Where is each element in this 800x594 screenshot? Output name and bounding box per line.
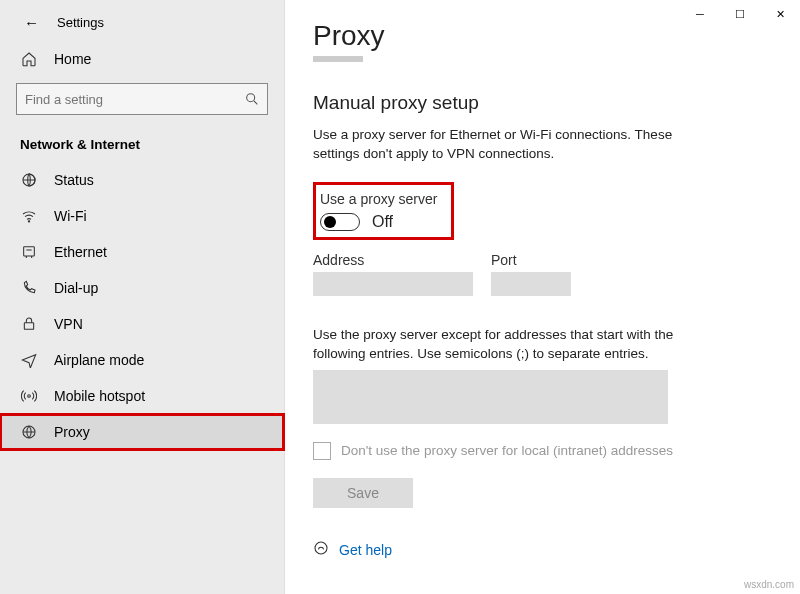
status-icon — [20, 171, 38, 189]
address-input[interactable] — [313, 272, 473, 296]
svg-point-2 — [28, 221, 29, 222]
back-arrow-icon[interactable]: ← — [24, 14, 39, 31]
sidebar-item-label: Wi-Fi — [54, 208, 87, 224]
sidebar-item-label: Airplane mode — [54, 352, 144, 368]
close-button[interactable]: ✕ — [760, 0, 800, 28]
sidebar: ← Settings Home Network & Internet Statu… — [0, 0, 285, 594]
sidebar-item-label: Dial-up — [54, 280, 98, 296]
use-proxy-label: Use a proxy server — [320, 191, 437, 207]
toggle-state-text: Off — [372, 213, 393, 231]
title-underline — [313, 56, 363, 62]
sidebar-group-title: Network & Internet — [0, 129, 284, 162]
exceptions-input[interactable] — [313, 370, 668, 424]
dialup-icon — [20, 279, 38, 297]
proxy-icon — [20, 423, 38, 441]
toggle-knob — [324, 216, 336, 228]
sidebar-item-label: Mobile hotspot — [54, 388, 145, 404]
sidebar-item-hotspot[interactable]: Mobile hotspot — [0, 378, 284, 414]
sidebar-item-label: Ethernet — [54, 244, 107, 260]
vpn-icon — [20, 315, 38, 333]
sidebar-item-label: Proxy — [54, 424, 90, 440]
nav-home-label: Home — [54, 51, 91, 67]
hotspot-icon — [20, 387, 38, 405]
port-label: Port — [491, 252, 571, 268]
main-content: Proxy Manual proxy setup Use a proxy ser… — [285, 0, 800, 594]
use-proxy-toggle[interactable] — [320, 213, 360, 231]
svg-rect-4 — [24, 323, 33, 330]
except-desc: Use the proxy server except for addresse… — [313, 326, 703, 364]
sidebar-item-status[interactable]: Status — [0, 162, 284, 198]
port-input[interactable] — [491, 272, 571, 296]
wifi-icon — [20, 207, 38, 225]
svg-point-0 — [247, 94, 255, 102]
intranet-check-label: Don't use the proxy server for local (in… — [341, 443, 673, 458]
home-icon — [20, 50, 38, 68]
address-label: Address — [313, 252, 473, 268]
minimize-button[interactable]: ─ — [680, 0, 720, 28]
sidebar-item-airplane[interactable]: Airplane mode — [0, 342, 284, 378]
sidebar-item-proxy[interactable]: Proxy — [0, 414, 284, 450]
search-icon — [244, 91, 260, 111]
maximize-button[interactable]: ☐ — [720, 0, 760, 28]
sidebar-item-ethernet[interactable]: Ethernet — [0, 234, 284, 270]
get-help-link[interactable]: Get help — [339, 542, 392, 558]
save-button[interactable]: Save — [313, 478, 413, 508]
svg-rect-3 — [24, 247, 35, 256]
nav-home[interactable]: Home — [0, 41, 284, 77]
search-box[interactable] — [16, 83, 268, 115]
search-input[interactable] — [16, 83, 268, 115]
svg-point-7 — [315, 542, 327, 554]
section-heading: Manual proxy setup — [313, 92, 772, 114]
sidebar-item-vpn[interactable]: VPN — [0, 306, 284, 342]
watermark: wsxdn.com — [744, 579, 794, 590]
sidebar-item-label: VPN — [54, 316, 83, 332]
sidebar-item-label: Status — [54, 172, 94, 188]
help-icon — [313, 540, 329, 560]
sidebar-item-dialup[interactable]: Dial-up — [0, 270, 284, 306]
airplane-icon — [20, 351, 38, 369]
ethernet-icon — [20, 243, 38, 261]
intranet-checkbox[interactable] — [313, 442, 331, 460]
section-desc: Use a proxy server for Ethernet or Wi-Fi… — [313, 126, 693, 164]
sidebar-item-wifi[interactable]: Wi-Fi — [0, 198, 284, 234]
svg-point-5 — [28, 395, 31, 398]
proxy-toggle-highlight: Use a proxy server Off — [313, 182, 454, 240]
window-title: Settings — [57, 15, 104, 30]
